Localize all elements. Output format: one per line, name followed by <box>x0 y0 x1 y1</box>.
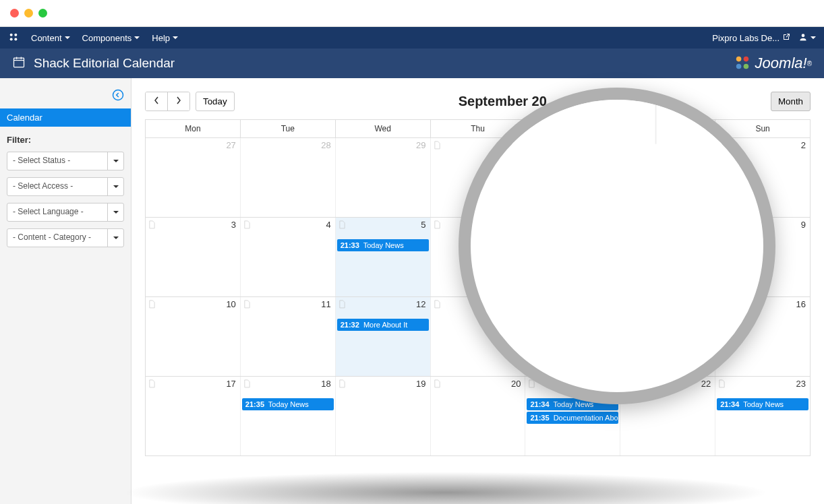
svg-point-0 <box>10 33 13 36</box>
svg-point-11 <box>736 63 741 69</box>
drop-shadow <box>121 472 770 504</box>
doc-icon[interactable] <box>243 220 251 229</box>
magnifier-overlay: 5 21:33 Today News 12 2 More About It <box>459 88 775 404</box>
day-number: 10 <box>226 299 235 309</box>
doc-icon[interactable] <box>434 300 441 309</box>
top-menu-bar: Content Components Help Pixpro Labs De..… <box>0 27 824 49</box>
calendar-cell[interactable]: 11 <box>241 297 336 376</box>
calendar-cell[interactable]: 10 <box>146 297 241 376</box>
doc-icon[interactable] <box>434 220 441 229</box>
calendar-cell[interactable]: 2321:34 Today News <box>715 377 810 455</box>
day-number: 11 <box>321 299 330 309</box>
calendar-cell[interactable]: 29 <box>336 138 431 217</box>
calendar-event[interactable]: 21:34 Today News <box>717 398 808 410</box>
menu-components[interactable]: Components <box>82 33 140 43</box>
day-number: 3 <box>231 220 236 230</box>
calendar-event[interactable]: 21:35 Today News <box>242 398 334 410</box>
calendar-cell[interactable]: 1221:32 More About It <box>336 297 431 376</box>
joomla-icon[interactable] <box>8 32 19 44</box>
svg-point-13 <box>113 90 123 100</box>
svg-point-4 <box>802 34 805 37</box>
doc-icon[interactable] <box>243 379 251 388</box>
day-number: 23 <box>796 379 806 389</box>
calendar-icon <box>12 55 26 72</box>
page-titlebar: Shack Editorial Calendar Joomla! ® <box>0 49 824 78</box>
registered-mark: ® <box>807 60 812 67</box>
calendar-cell[interactable]: 27 <box>146 138 241 217</box>
chevron-down-icon <box>113 185 119 188</box>
doc-icon[interactable] <box>148 300 156 309</box>
day-number: 16 <box>796 299 806 309</box>
day-number: 9 <box>801 220 806 230</box>
doc-icon[interactable] <box>339 300 346 309</box>
status-select[interactable]: - Select Status - <box>7 152 124 170</box>
access-select[interactable]: - Select Access - <box>7 177 124 196</box>
next-button[interactable] <box>167 92 189 111</box>
svg-point-9 <box>736 56 741 61</box>
mac-max-dot[interactable] <box>38 9 47 18</box>
calendar-cell[interactable]: 17 <box>146 377 241 455</box>
day-number: 5 <box>421 220 425 230</box>
month-view-button[interactable]: Month <box>771 92 811 111</box>
day-number: 19 <box>416 379 425 389</box>
svg-point-2 <box>10 38 13 40</box>
chevron-down-icon <box>113 160 119 162</box>
day-number: 18 <box>321 379 330 389</box>
calendar-row: 171821:35 Today News19202121:34 Today Ne… <box>146 376 810 455</box>
mac-min-dot[interactable] <box>24 9 33 18</box>
prev-button[interactable] <box>146 92 167 111</box>
svg-point-1 <box>14 33 17 36</box>
collapse-sidebar-icon[interactable] <box>112 93 124 103</box>
day-number: 22 <box>701 379 711 389</box>
calendar-cell[interactable]: 19 <box>336 377 431 455</box>
calendar-event[interactable]: 21:32 More About It <box>337 319 429 331</box>
category-select[interactable]: - Content - Category - <box>7 228 124 247</box>
calendar-event[interactable]: 21:33 Today News <box>337 239 429 251</box>
site-link[interactable]: Pixpro Labs De... <box>712 33 790 43</box>
external-link-icon <box>782 33 790 43</box>
svg-rect-5 <box>14 58 24 67</box>
day-number: 20 <box>511 379 521 389</box>
page-title: Shack Editorial Calendar <box>34 56 175 71</box>
calendar-cell[interactable]: 20 <box>431 377 526 455</box>
doc-icon[interactable] <box>434 379 441 388</box>
day-number: 12 <box>416 299 425 309</box>
sidebar: Calendar Filter: - Select Status - - Sel… <box>0 78 131 504</box>
chevron-down-icon <box>173 36 178 39</box>
svg-point-3 <box>14 38 17 40</box>
day-number: 29 <box>416 140 425 150</box>
doc-icon[interactable] <box>148 220 156 229</box>
doc-icon[interactable] <box>434 141 441 150</box>
doc-icon[interactable] <box>339 220 346 229</box>
calendar-cell[interactable]: 4 <box>241 218 336 296</box>
user-menu[interactable] <box>798 32 816 44</box>
calendar-event[interactable]: 21:35 Documentation About Joomla <box>527 412 618 424</box>
joomla-brand-icon <box>734 54 751 73</box>
svg-point-12 <box>743 63 748 69</box>
today-button[interactable]: Today <box>196 92 235 111</box>
doc-icon[interactable] <box>148 379 156 388</box>
doc-icon[interactable] <box>243 300 251 309</box>
chevron-down-icon <box>134 36 140 39</box>
joomla-brand-text: Joomla! <box>755 55 807 72</box>
chevron-down-icon <box>65 36 70 39</box>
language-select[interactable]: - Select Language - <box>7 203 124 222</box>
mac-close-dot[interactable] <box>10 9 19 18</box>
weekday-header: Mon <box>146 120 241 137</box>
nav-button-group <box>145 92 190 111</box>
weekday-header: Tue <box>241 120 336 137</box>
calendar-cell[interactable]: 3 <box>146 218 241 296</box>
svg-point-10 <box>743 56 748 61</box>
calendar-cell[interactable]: 28 <box>241 138 336 217</box>
filter-label: Filter: <box>7 135 124 145</box>
doc-icon[interactable] <box>339 379 346 388</box>
day-number: 2 <box>801 140 806 150</box>
user-icon <box>798 32 808 44</box>
chevron-down-icon <box>113 211 119 214</box>
menu-help[interactable]: Help <box>152 33 178 43</box>
menu-content[interactable]: Content <box>31 33 70 43</box>
sidebar-tab-calendar[interactable]: Calendar <box>0 108 131 127</box>
calendar-cell[interactable]: 521:33 Today News <box>336 218 431 296</box>
calendar-cell[interactable]: 1821:35 Today News <box>241 377 336 455</box>
doc-icon[interactable] <box>718 379 726 388</box>
